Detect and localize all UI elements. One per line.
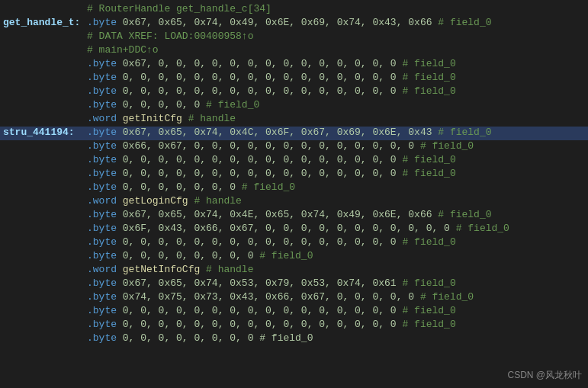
code-token: 0x6F, 0x43, 0x66, 0x67, 0, 0, 0, 0, 0, 0…	[123, 223, 450, 234]
code-line-7: .byte 0, 0, 0, 0, 0, 0, 0, 0, 0, 0, 0, 0…	[0, 85, 588, 99]
line-instr-23: .byte 0, 0, 0, 0, 0, 0, 0, 0, 0, 0, 0, 0…	[87, 305, 585, 316]
code-token: .byte	[87, 181, 123, 193]
code-token: # field_0	[397, 236, 456, 248]
line-label-16	[3, 209, 87, 220]
code-line-10: stru_441194:.byte 0x67, 0x65, 0x74, 0x4C…	[0, 127, 588, 140]
line-label-20	[3, 264, 87, 275]
line-label-24	[3, 319, 87, 330]
code-token: .byte	[87, 127, 123, 138]
line-instr-11: .byte 0x66, 0x67, 0, 0, 0, 0, 0, 0, 0, 0…	[87, 140, 585, 152]
code-token: 0, 0, 0, 0, 0, 0, 0, 0 # field_0	[123, 332, 313, 344]
code-token: # field_0	[397, 72, 456, 83]
code-token: 0, 0, 0, 0, 0, 0, 0, 0	[123, 250, 254, 261]
code-token: # RouterHandle get_handle_c[34]	[87, 3, 272, 14]
line-instr-19: .byte 0, 0, 0, 0, 0, 0, 0, 0 # field_0	[87, 250, 585, 261]
code-token: .byte	[87, 209, 123, 220]
code-line-5: .byte 0x67, 0, 0, 0, 0, 0, 0, 0, 0, 0, 0…	[0, 58, 588, 72]
line-instr-22: .byte 0x74, 0x75, 0x73, 0x43, 0x66, 0x67…	[87, 291, 585, 303]
code-token: # field_0	[397, 58, 456, 69]
code-token: 0x74, 0x75, 0x73, 0x43, 0x66, 0x67, 0, 0…	[123, 291, 414, 303]
code-token: # field_0	[432, 17, 491, 28]
line-label-17	[3, 223, 87, 234]
code-token: .byte	[87, 72, 123, 83]
code-token: # handle	[188, 195, 242, 207]
code-token: 0, 0, 0, 0, 0, 0, 0, 0, 0, 0, 0, 0, 0, 0…	[123, 72, 397, 83]
line-instr-3: # DATA XREF: LOAD:00400958↑o	[87, 30, 585, 42]
code-line-15: .word getLoginCfg # handle	[0, 195, 588, 209]
code-token: # field_0	[397, 305, 456, 316]
code-token: .byte	[87, 291, 123, 303]
code-token: # field_0	[397, 85, 456, 97]
code-token: 0x67, 0x65, 0x74, 0x4E, 0x65, 0x74, 0x49…	[123, 209, 432, 220]
line-instr-16: .byte 0x67, 0x65, 0x74, 0x4E, 0x65, 0x74…	[87, 209, 585, 220]
code-token: 0x66, 0x67, 0, 0, 0, 0, 0, 0, 0, 0, 0, 0…	[123, 140, 414, 152]
code-token: getInitCfg	[123, 113, 182, 124]
code-line-18: .byte 0, 0, 0, 0, 0, 0, 0, 0, 0, 0, 0, 0…	[0, 236, 588, 250]
code-token: # field_0	[253, 250, 313, 261]
line-instr-13: .byte 0, 0, 0, 0, 0, 0, 0, 0, 0, 0, 0, 0…	[87, 168, 585, 179]
line-instr-12: .byte 0, 0, 0, 0, 0, 0, 0, 0, 0, 0, 0, 0…	[87, 154, 585, 165]
code-token: .byte	[87, 140, 123, 152]
line-instr-8: .byte 0, 0, 0, 0, 0 # field_0	[87, 99, 585, 111]
code-line-14: .byte 0, 0, 0, 0, 0, 0, 0 # field_0	[0, 181, 588, 195]
code-token: # field_0	[414, 291, 474, 303]
code-line-23: .byte 0, 0, 0, 0, 0, 0, 0, 0, 0, 0, 0, 0…	[0, 305, 588, 319]
code-token: # field_0	[397, 168, 456, 179]
code-view: # RouterHandle get_handle_c[34]get_handl…	[0, 0, 588, 388]
code-token: .byte	[87, 17, 123, 28]
line-label-5	[3, 58, 87, 69]
line-instr-10: .byte 0x67, 0x65, 0x74, 0x4C, 0x6F, 0x67…	[87, 127, 585, 138]
code-token: 0, 0, 0, 0, 0, 0, 0, 0, 0, 0, 0, 0, 0, 0…	[123, 168, 397, 179]
code-token: # field_0	[397, 154, 456, 165]
code-line-13: .byte 0, 0, 0, 0, 0, 0, 0, 0, 0, 0, 0, 0…	[0, 168, 588, 181]
line-label-22	[3, 291, 87, 303]
code-token: # handle	[182, 113, 236, 124]
code-line-24: .byte 0, 0, 0, 0, 0, 0, 0, 0, 0, 0, 0, 0…	[0, 319, 588, 332]
code-token: 0, 0, 0, 0, 0, 0, 0, 0, 0, 0, 0, 0, 0, 0…	[123, 236, 397, 248]
code-token: .word	[87, 195, 123, 207]
code-line-17: .byte 0x6F, 0x43, 0x66, 0x67, 0, 0, 0, 0…	[0, 223, 588, 236]
code-token: # field_0	[414, 140, 474, 152]
line-label-25	[3, 332, 87, 344]
code-token: .byte	[87, 168, 123, 179]
code-token: .byte	[87, 223, 123, 234]
line-label-1	[3, 3, 87, 14]
code-token: getNetInfoCfg	[123, 264, 200, 275]
code-line-2: get_handle_t:.byte 0x67, 0x65, 0x74, 0x4…	[0, 17, 588, 30]
line-label-7	[3, 85, 87, 97]
code-token: # field_0	[450, 223, 509, 234]
code-token: # field_0	[200, 99, 259, 111]
code-token: # field_0	[397, 319, 456, 330]
code-line-11: .byte 0x66, 0x67, 0, 0, 0, 0, 0, 0, 0, 0…	[0, 140, 588, 154]
line-label-14	[3, 181, 87, 193]
code-token: # handle	[200, 264, 253, 275]
watermark: CSDN @风龙秋叶	[507, 369, 582, 382]
line-instr-2: .byte 0x67, 0x65, 0x74, 0x49, 0x6E, 0x69…	[87, 17, 585, 28]
code-line-21: .byte 0x67, 0x65, 0x74, 0x53, 0x79, 0x53…	[0, 277, 588, 291]
line-label-19	[3, 250, 87, 261]
line-instr-14: .byte 0, 0, 0, 0, 0, 0, 0 # field_0	[87, 181, 585, 193]
code-token: 0, 0, 0, 0, 0	[123, 99, 200, 111]
code-token: .byte	[87, 319, 123, 330]
line-instr-4: # main+DDC↑o	[87, 44, 585, 56]
code-token: .byte	[87, 332, 123, 344]
code-line-25: .byte 0, 0, 0, 0, 0, 0, 0, 0 # field_0	[0, 332, 588, 346]
line-label-18	[3, 236, 87, 248]
line-label-6	[3, 72, 87, 83]
line-instr-1: # RouterHandle get_handle_c[34]	[87, 3, 585, 14]
code-token: 0, 0, 0, 0, 0, 0, 0, 0, 0, 0, 0, 0, 0, 0…	[123, 319, 397, 330]
code-token: # field_0	[432, 127, 491, 138]
line-label-9	[3, 113, 87, 124]
code-token: .word	[87, 264, 123, 275]
code-token: getLoginCfg	[123, 195, 188, 207]
line-instr-25: .byte 0, 0, 0, 0, 0, 0, 0, 0 # field_0	[87, 332, 585, 344]
code-token: .byte	[87, 99, 123, 111]
code-token: 0, 0, 0, 0, 0, 0, 0, 0, 0, 0, 0, 0, 0, 0…	[123, 154, 397, 165]
code-line-9: .word getInitCfg # handle	[0, 113, 588, 127]
line-instr-15: .word getLoginCfg # handle	[87, 195, 585, 207]
line-label-4	[3, 44, 87, 56]
code-line-4: # main+DDC↑o	[0, 44, 588, 58]
line-instr-17: .byte 0x6F, 0x43, 0x66, 0x67, 0, 0, 0, 0…	[87, 223, 585, 234]
code-token: 0x67, 0, 0, 0, 0, 0, 0, 0, 0, 0, 0, 0, 0…	[123, 58, 397, 69]
code-line-20: .word getNetInfoCfg # handle	[0, 264, 588, 277]
